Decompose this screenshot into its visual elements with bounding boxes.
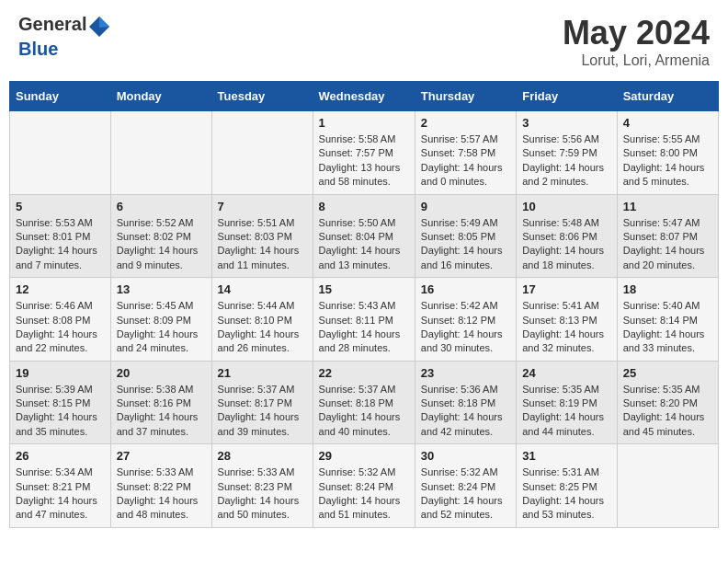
day-info: Sunrise: 5:39 AMSunset: 8:15 PMDaylight:… [16,383,105,440]
day-cell: 11Sunrise: 5:47 AMSunset: 8:07 PMDayligh… [617,194,718,278]
header-saturday: Saturday [617,82,718,111]
day-info: Sunrise: 5:48 AMSunset: 8:06 PMDaylight:… [522,216,610,273]
title-section: May 2024 Lorut, Lori, Armenia [563,14,710,69]
day-info: Sunrise: 5:41 AMSunset: 8:13 PMDaylight:… [522,299,610,356]
day-number: 25 [623,366,712,380]
week-row-3: 12Sunrise: 5:46 AMSunset: 8:08 PMDayligh… [10,278,719,362]
day-cell: 29Sunrise: 5:32 AMSunset: 8:24 PMDayligh… [313,444,415,528]
day-cell: 2Sunrise: 5:57 AMSunset: 7:58 PMDaylight… [415,111,516,195]
day-cell: 10Sunrise: 5:48 AMSunset: 8:06 PMDayligh… [517,194,617,278]
day-cell: 8Sunrise: 5:50 AMSunset: 8:04 PMDaylight… [313,194,415,278]
header-monday: Monday [110,82,211,111]
day-number: 20 [117,366,206,380]
day-number: 16 [421,282,510,296]
page-header: General Blue May 2024 Lorut, Lori, Armen… [9,9,719,74]
day-number: 1 [319,116,409,130]
day-cell: 12Sunrise: 5:46 AMSunset: 8:08 PMDayligh… [10,278,111,362]
day-info: Sunrise: 5:37 AMSunset: 8:17 PMDaylight:… [218,383,307,440]
week-row-5: 26Sunrise: 5:34 AMSunset: 8:21 PMDayligh… [10,444,719,528]
day-number: 2 [421,116,510,130]
day-info: Sunrise: 5:42 AMSunset: 8:12 PMDaylight:… [421,299,510,356]
day-info: Sunrise: 5:33 AMSunset: 8:23 PMDaylight:… [218,465,307,523]
day-info: Sunrise: 5:55 AMSunset: 8:00 PMDaylight:… [623,132,712,190]
day-cell: 28Sunrise: 5:33 AMSunset: 8:23 PMDayligh… [211,444,313,528]
day-info: Sunrise: 5:33 AMSunset: 8:22 PMDaylight:… [117,465,206,523]
day-number: 23 [421,366,510,380]
day-number: 31 [522,449,610,463]
day-number: 12 [16,282,105,296]
day-cell: 18Sunrise: 5:40 AMSunset: 8:14 PMDayligh… [617,278,718,362]
day-number: 29 [319,449,409,463]
day-number: 3 [522,116,610,130]
week-row-1: 1Sunrise: 5:58 AMSunset: 7:57 PMDaylight… [10,111,719,195]
day-number: 11 [623,200,712,213]
day-info: Sunrise: 5:37 AMSunset: 8:18 PMDaylight:… [319,383,409,440]
day-cell: 14Sunrise: 5:44 AMSunset: 8:10 PMDayligh… [211,278,313,362]
day-number: 26 [16,449,105,463]
day-cell [211,111,313,195]
day-cell: 26Sunrise: 5:34 AMSunset: 8:21 PMDayligh… [10,444,111,528]
calendar-header-row: Sunday Monday Tuesday Wednesday Thursday… [10,82,719,111]
day-cell: 17Sunrise: 5:41 AMSunset: 8:13 PMDayligh… [517,278,617,362]
logo-text: General Blue [18,14,112,60]
logo-general: General [18,14,86,34]
day-cell: 9Sunrise: 5:49 AMSunset: 8:05 PMDaylight… [415,194,516,278]
logo-blue: Blue [18,39,58,59]
day-cell [10,111,111,195]
day-info: Sunrise: 5:36 AMSunset: 8:18 PMDaylight:… [421,383,510,440]
day-info: Sunrise: 5:31 AMSunset: 8:25 PMDaylight:… [522,465,610,523]
day-number: 5 [16,200,105,213]
day-cell: 21Sunrise: 5:37 AMSunset: 8:17 PMDayligh… [211,361,313,444]
day-number: 8 [319,200,409,213]
day-number: 22 [319,366,409,380]
calendar-table: Sunday Monday Tuesday Wednesday Thursday… [9,81,719,528]
day-cell: 6Sunrise: 5:52 AMSunset: 8:02 PMDaylight… [110,194,211,278]
calendar-subtitle: Lorut, Lori, Armenia [563,52,710,69]
day-cell: 24Sunrise: 5:35 AMSunset: 8:19 PMDayligh… [517,361,617,444]
calendar-title: May 2024 [563,14,710,52]
day-info: Sunrise: 5:43 AMSunset: 8:11 PMDaylight:… [319,299,409,356]
day-info: Sunrise: 5:32 AMSunset: 8:24 PMDaylight:… [319,465,409,523]
day-number: 9 [421,200,510,213]
day-info: Sunrise: 5:34 AMSunset: 8:21 PMDaylight:… [16,465,105,523]
day-info: Sunrise: 5:58 AMSunset: 7:57 PMDaylight:… [319,132,409,190]
day-cell: 3Sunrise: 5:56 AMSunset: 7:59 PMDaylight… [517,111,617,195]
day-info: Sunrise: 5:35 AMSunset: 8:19 PMDaylight:… [522,383,610,440]
day-number: 30 [421,449,510,463]
day-cell: 25Sunrise: 5:35 AMSunset: 8:20 PMDayligh… [617,361,718,444]
day-cell [110,111,211,195]
day-cell: 19Sunrise: 5:39 AMSunset: 8:15 PMDayligh… [10,361,111,444]
day-number: 6 [117,200,206,213]
day-number: 10 [522,200,610,213]
day-info: Sunrise: 5:40 AMSunset: 8:14 PMDaylight:… [623,299,712,356]
day-info: Sunrise: 5:49 AMSunset: 8:05 PMDaylight:… [421,216,510,273]
header-wednesday: Wednesday [313,82,415,111]
day-info: Sunrise: 5:57 AMSunset: 7:58 PMDaylight:… [421,132,510,190]
svg-marker-1 [99,17,109,28]
day-info: Sunrise: 5:50 AMSunset: 8:04 PMDaylight:… [319,216,409,273]
day-number: 15 [319,282,409,296]
header-tuesday: Tuesday [211,82,313,111]
day-number: 19 [16,366,105,380]
day-number: 7 [218,200,307,213]
day-info: Sunrise: 5:38 AMSunset: 8:16 PMDaylight:… [117,383,206,440]
day-number: 24 [522,366,610,380]
day-cell [617,444,718,528]
day-number: 21 [218,366,307,380]
header-sunday: Sunday [10,82,111,111]
day-cell: 27Sunrise: 5:33 AMSunset: 8:22 PMDayligh… [110,444,211,528]
day-info: Sunrise: 5:52 AMSunset: 8:02 PMDaylight:… [117,216,206,273]
day-info: Sunrise: 5:45 AMSunset: 8:09 PMDaylight:… [117,299,206,356]
day-info: Sunrise: 5:32 AMSunset: 8:24 PMDaylight:… [421,465,510,523]
day-number: 4 [623,116,712,130]
day-info: Sunrise: 5:44 AMSunset: 8:10 PMDaylight:… [218,299,307,356]
day-number: 14 [218,282,307,296]
day-cell: 16Sunrise: 5:42 AMSunset: 8:12 PMDayligh… [415,278,516,362]
day-cell: 7Sunrise: 5:51 AMSunset: 8:03 PMDaylight… [211,194,313,278]
day-cell: 31Sunrise: 5:31 AMSunset: 8:25 PMDayligh… [517,444,617,528]
header-friday: Friday [517,82,617,111]
day-cell: 22Sunrise: 5:37 AMSunset: 8:18 PMDayligh… [313,361,415,444]
day-cell: 15Sunrise: 5:43 AMSunset: 8:11 PMDayligh… [313,278,415,362]
day-cell: 23Sunrise: 5:36 AMSunset: 8:18 PMDayligh… [415,361,516,444]
day-cell: 20Sunrise: 5:38 AMSunset: 8:16 PMDayligh… [110,361,211,444]
